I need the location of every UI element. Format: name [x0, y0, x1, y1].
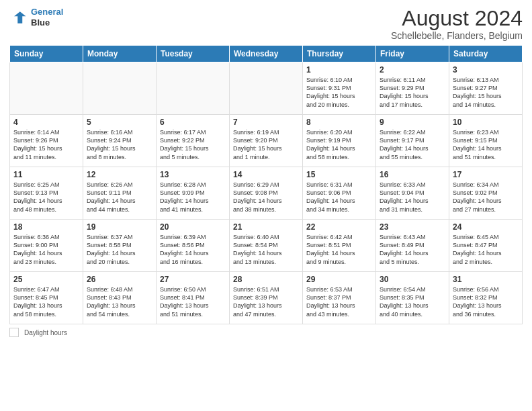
day-info: Sunrise: 6:10 AM Sunset: 9:31 PM Dayligh… — [306, 76, 372, 109]
calendar-cell — [10, 62, 83, 115]
day-info: Sunrise: 6:36 AM Sunset: 9:00 PM Dayligh… — [13, 233, 79, 266]
calendar-week-4: 18Sunrise: 6:36 AM Sunset: 9:00 PM Dayli… — [10, 220, 523, 272]
logo: General Blue — [9, 7, 63, 28]
calendar-cell: 29Sunrise: 6:53 AM Sunset: 8:37 PM Dayli… — [303, 272, 376, 324]
day-number: 23 — [380, 222, 445, 232]
day-info: Sunrise: 6:37 AM Sunset: 8:58 PM Dayligh… — [87, 233, 152, 266]
day-number: 12 — [87, 170, 152, 179]
day-number: 3 — [453, 65, 519, 75]
calendar-cell: 16Sunrise: 6:33 AM Sunset: 9:04 PM Dayli… — [376, 167, 449, 220]
day-number: 26 — [87, 275, 152, 284]
day-info: Sunrise: 6:45 AM Sunset: 8:47 PM Dayligh… — [453, 233, 519, 266]
calendar-cell: 14Sunrise: 6:29 AM Sunset: 9:08 PM Dayli… — [230, 167, 303, 220]
day-number: 17 — [453, 170, 519, 179]
calendar-cell: 5Sunrise: 6:16 AM Sunset: 9:24 PM Daylig… — [83, 115, 157, 167]
footer: Daylight hours — [9, 328, 523, 337]
day-number: 30 — [380, 275, 445, 284]
day-number: 1 — [306, 65, 372, 75]
day-info: Sunrise: 6:39 AM Sunset: 8:56 PM Dayligh… — [160, 233, 226, 266]
col-header-sunday: Sunday — [10, 46, 83, 62]
day-info: Sunrise: 6:53 AM Sunset: 8:37 PM Dayligh… — [306, 285, 372, 318]
day-number: 24 — [453, 222, 519, 232]
calendar-cell: 23Sunrise: 6:43 AM Sunset: 8:49 PM Dayli… — [376, 220, 449, 272]
calendar-cell: 9Sunrise: 6:22 AM Sunset: 9:17 PM Daylig… — [376, 115, 449, 167]
day-number: 4 — [13, 118, 79, 127]
day-info: Sunrise: 6:13 AM Sunset: 9:27 PM Dayligh… — [453, 76, 519, 109]
day-info: Sunrise: 6:25 AM Sunset: 9:13 PM Dayligh… — [13, 181, 79, 214]
calendar-cell: 20Sunrise: 6:39 AM Sunset: 8:56 PM Dayli… — [157, 220, 230, 272]
daylight-box — [9, 328, 19, 337]
day-number: 29 — [306, 275, 372, 284]
day-number: 18 — [13, 222, 79, 232]
day-number: 20 — [160, 222, 226, 232]
day-number: 28 — [233, 275, 299, 284]
calendar-cell — [230, 62, 303, 115]
calendar-week-2: 4Sunrise: 6:14 AM Sunset: 9:26 PM Daylig… — [10, 115, 523, 167]
day-number: 8 — [306, 118, 372, 127]
calendar-cell: 15Sunrise: 6:31 AM Sunset: 9:06 PM Dayli… — [303, 167, 376, 220]
calendar-cell: 8Sunrise: 6:20 AM Sunset: 9:19 PM Daylig… — [303, 115, 376, 167]
day-info: Sunrise: 6:54 AM Sunset: 8:35 PM Dayligh… — [380, 285, 445, 318]
day-info: Sunrise: 6:17 AM Sunset: 9:22 PM Dayligh… — [160, 128, 226, 161]
col-header-tuesday: Tuesday — [157, 46, 230, 62]
day-number: 7 — [233, 118, 299, 127]
day-info: Sunrise: 6:56 AM Sunset: 8:32 PM Dayligh… — [453, 285, 519, 318]
day-info: Sunrise: 6:14 AM Sunset: 9:26 PM Dayligh… — [13, 128, 79, 161]
calendar-cell: 6Sunrise: 6:17 AM Sunset: 9:22 PM Daylig… — [157, 115, 230, 167]
day-info: Sunrise: 6:50 AM Sunset: 8:41 PM Dayligh… — [160, 285, 226, 318]
logo-text: General Blue — [31, 7, 63, 28]
col-header-friday: Friday — [376, 46, 449, 62]
day-number: 10 — [453, 118, 519, 127]
calendar-cell: 3Sunrise: 6:13 AM Sunset: 9:27 PM Daylig… — [449, 62, 523, 115]
calendar-cell: 19Sunrise: 6:37 AM Sunset: 8:58 PM Dayli… — [83, 220, 157, 272]
calendar-cell: 30Sunrise: 6:54 AM Sunset: 8:35 PM Dayli… — [376, 272, 449, 324]
calendar-week-5: 25Sunrise: 6:47 AM Sunset: 8:45 PM Dayli… — [10, 272, 523, 324]
day-info: Sunrise: 6:43 AM Sunset: 8:49 PM Dayligh… — [380, 233, 445, 266]
header: General Blue August 2024 Schellebelle, F… — [9, 7, 523, 41]
col-header-thursday: Thursday — [303, 46, 376, 62]
calendar-cell: 1Sunrise: 6:10 AM Sunset: 9:31 PM Daylig… — [303, 62, 376, 115]
day-info: Sunrise: 6:31 AM Sunset: 9:06 PM Dayligh… — [306, 181, 372, 214]
day-info: Sunrise: 6:23 AM Sunset: 9:15 PM Dayligh… — [453, 128, 519, 161]
page-container: General Blue August 2024 Schellebelle, F… — [0, 0, 532, 411]
day-number: 27 — [160, 275, 226, 284]
calendar-cell: 21Sunrise: 6:40 AM Sunset: 8:54 PM Dayli… — [230, 220, 303, 272]
day-info: Sunrise: 6:19 AM Sunset: 9:20 PM Dayligh… — [233, 128, 299, 161]
day-number: 21 — [233, 222, 299, 232]
day-number: 9 — [380, 118, 445, 127]
calendar-cell: 31Sunrise: 6:56 AM Sunset: 8:32 PM Dayli… — [449, 272, 523, 324]
calendar-week-3: 11Sunrise: 6:25 AM Sunset: 9:13 PM Dayli… — [10, 167, 523, 220]
day-number: 5 — [87, 118, 152, 127]
day-number: 6 — [160, 118, 226, 127]
day-info: Sunrise: 6:47 AM Sunset: 8:45 PM Dayligh… — [13, 285, 79, 318]
calendar-cell: 18Sunrise: 6:36 AM Sunset: 9:00 PM Dayli… — [10, 220, 83, 272]
day-number: 2 — [380, 65, 445, 75]
day-info: Sunrise: 6:26 AM Sunset: 9:11 PM Dayligh… — [87, 181, 152, 214]
calendar-cell: 12Sunrise: 6:26 AM Sunset: 9:11 PM Dayli… — [83, 167, 157, 220]
day-number: 16 — [380, 170, 445, 179]
calendar-cell: 4Sunrise: 6:14 AM Sunset: 9:26 PM Daylig… — [10, 115, 83, 167]
daylight-label: Daylight hours — [24, 329, 67, 336]
day-info: Sunrise: 6:11 AM Sunset: 9:29 PM Dayligh… — [380, 76, 445, 109]
calendar-cell: 17Sunrise: 6:34 AM Sunset: 9:02 PM Dayli… — [449, 167, 523, 220]
calendar-cell — [83, 62, 157, 115]
logo-icon — [9, 8, 28, 27]
day-number: 31 — [453, 275, 519, 284]
calendar-cell: 24Sunrise: 6:45 AM Sunset: 8:47 PM Dayli… — [449, 220, 523, 272]
calendar-table: SundayMondayTuesdayWednesdayThursdayFrid… — [9, 45, 523, 324]
day-info: Sunrise: 6:22 AM Sunset: 9:17 PM Dayligh… — [380, 128, 445, 161]
calendar-week-1: 1Sunrise: 6:10 AM Sunset: 9:31 PM Daylig… — [10, 62, 523, 115]
day-info: Sunrise: 6:42 AM Sunset: 8:51 PM Dayligh… — [306, 233, 372, 266]
day-number: 11 — [13, 170, 79, 179]
day-number: 22 — [306, 222, 372, 232]
day-number: 13 — [160, 170, 226, 179]
calendar-cell: 2Sunrise: 6:11 AM Sunset: 9:29 PM Daylig… — [376, 62, 449, 115]
day-info: Sunrise: 6:29 AM Sunset: 9:08 PM Dayligh… — [233, 181, 299, 214]
calendar-cell: 22Sunrise: 6:42 AM Sunset: 8:51 PM Dayli… — [303, 220, 376, 272]
calendar-cell: 28Sunrise: 6:51 AM Sunset: 8:39 PM Dayli… — [230, 272, 303, 324]
calendar-cell: 11Sunrise: 6:25 AM Sunset: 9:13 PM Dayli… — [10, 167, 83, 220]
col-header-monday: Monday — [83, 46, 157, 62]
calendar-header-row: SundayMondayTuesdayWednesdayThursdayFrid… — [10, 46, 523, 62]
calendar-cell: 7Sunrise: 6:19 AM Sunset: 9:20 PM Daylig… — [230, 115, 303, 167]
location: Schellebelle, Flanders, Belgium — [391, 30, 523, 41]
